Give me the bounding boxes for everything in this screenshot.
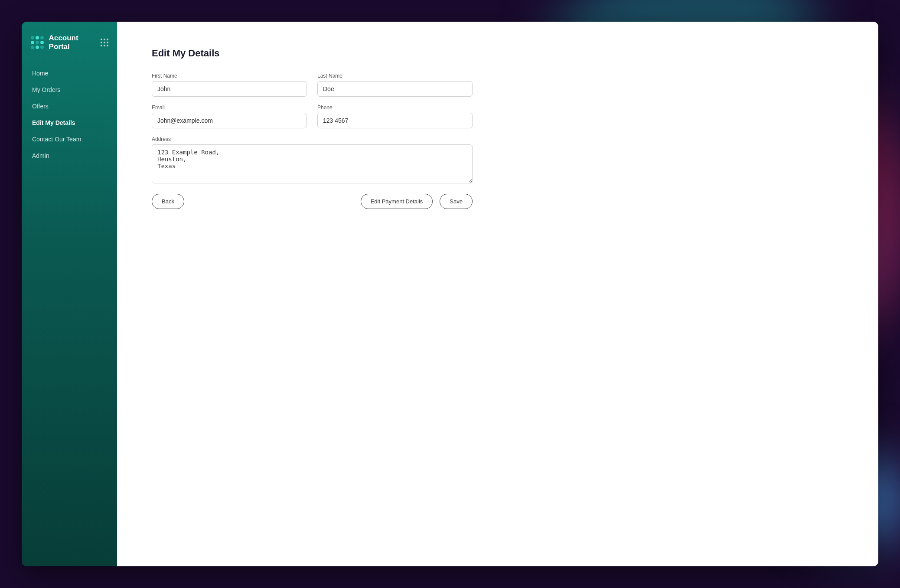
form-actions: Back Edit Payment Details Save — [152, 194, 473, 209]
main-content: Edit My Details First Name Last Name Ema… — [117, 22, 878, 566]
app-container: Account Portal Home My Orders Offers Edi… — [22, 22, 878, 566]
back-button[interactable]: Back — [152, 194, 184, 209]
email-label: Email — [152, 105, 307, 111]
sidebar-item-home[interactable]: Home — [22, 65, 117, 82]
last-name-input[interactable] — [317, 81, 473, 97]
app-title: Account Portal — [49, 34, 96, 51]
phone-group: Phone — [317, 105, 473, 128]
sidebar-nav: Home My Orders Offers Edit My Details Co… — [22, 62, 117, 167]
logo-dot — [31, 46, 34, 49]
form-title: Edit My Details — [152, 48, 473, 59]
save-button[interactable]: Save — [440, 194, 473, 209]
last-name-label: Last Name — [317, 73, 473, 79]
sidebar-item-offers[interactable]: Offers — [22, 98, 117, 114]
email-input[interactable] — [152, 113, 307, 128]
logo-dots — [31, 36, 44, 49]
first-name-input[interactable] — [152, 81, 307, 97]
sidebar-item-contact-our-team[interactable]: Contact Our Team — [22, 131, 117, 147]
logo-dot — [40, 41, 44, 44]
last-name-group: Last Name — [317, 73, 473, 97]
address-row: Address — [152, 136, 473, 183]
logo-dot — [36, 41, 39, 44]
logo-dot — [36, 36, 39, 39]
sidebar: Account Portal Home My Orders Offers Edi… — [22, 22, 117, 566]
phone-input[interactable] — [317, 113, 473, 128]
contact-row: Email Phone — [152, 105, 473, 128]
sidebar-header: Account Portal — [22, 22, 117, 62]
sidebar-item-admin[interactable]: Admin — [22, 147, 117, 164]
logo-dot — [31, 36, 34, 39]
sidebar-item-my-orders[interactable]: My Orders — [22, 82, 117, 98]
first-name-label: First Name — [152, 73, 307, 79]
logo-dot — [31, 41, 34, 44]
address-textarea[interactable] — [152, 144, 473, 183]
email-group: Email — [152, 105, 307, 128]
first-name-group: First Name — [152, 73, 307, 97]
edit-details-form-container: Edit My Details First Name Last Name Ema… — [117, 22, 507, 235]
grid-menu-icon[interactable] — [101, 39, 108, 46]
address-group: Address — [152, 136, 473, 183]
name-row: First Name Last Name — [152, 73, 473, 97]
phone-label: Phone — [317, 105, 473, 111]
app-logo — [30, 35, 45, 50]
sidebar-item-edit-my-details[interactable]: Edit My Details — [22, 114, 117, 131]
logo-dot — [36, 46, 39, 49]
logo-dot — [40, 46, 44, 49]
edit-payment-button[interactable]: Edit Payment Details — [361, 194, 433, 209]
logo-dot — [40, 36, 44, 39]
address-label: Address — [152, 136, 473, 142]
